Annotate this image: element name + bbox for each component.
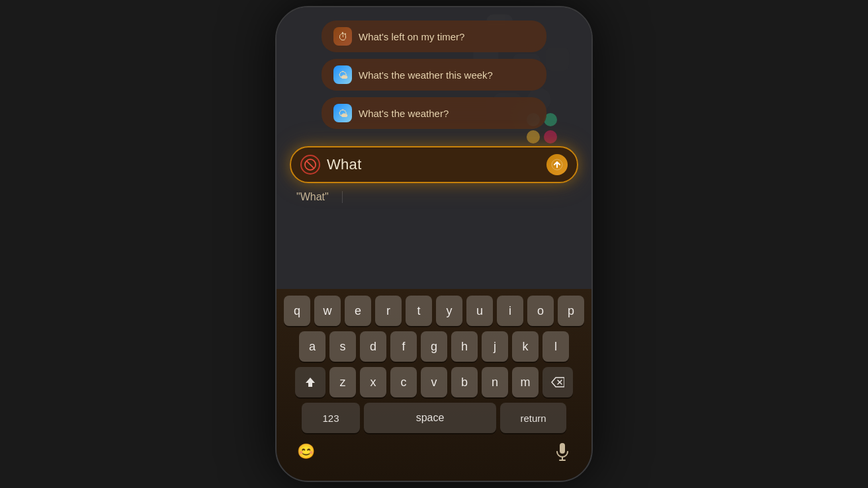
microphone-button[interactable] xyxy=(549,438,576,465)
key-q[interactable]: q xyxy=(284,296,310,326)
autocorrect-bar: "What" xyxy=(277,186,591,208)
key-a[interactable]: a xyxy=(299,331,326,362)
key-z[interactable]: z xyxy=(329,367,356,397)
key-h[interactable]: h xyxy=(451,331,478,362)
emoji-button[interactable]: 😊 xyxy=(292,438,319,465)
key-o[interactable]: o xyxy=(527,296,554,326)
suggestion-text: What's the weather this week? xyxy=(359,69,493,81)
search-bar[interactable]: What xyxy=(290,146,578,183)
key-u[interactable]: u xyxy=(466,296,493,326)
key-k[interactable]: k xyxy=(512,331,539,362)
key-g[interactable]: g xyxy=(421,331,447,362)
autocorrect-suggestion[interactable]: "What" xyxy=(296,191,343,203)
key-e[interactable]: e xyxy=(345,296,371,326)
key-w[interactable]: w xyxy=(314,296,341,326)
key-m[interactable]: m xyxy=(512,367,539,397)
search-input[interactable]: What xyxy=(327,156,540,173)
svg-line-8 xyxy=(307,161,314,169)
delete-key[interactable] xyxy=(542,367,573,397)
key-row-2: a s d f g h j k l xyxy=(282,331,586,362)
keyboard-bottom-row: 123 space return xyxy=(282,403,586,433)
key-r[interactable]: r xyxy=(375,296,402,326)
key-row-3: z x c v b n m xyxy=(282,367,586,397)
keyboard-accessory-bar: 😊 xyxy=(282,433,586,468)
key-i[interactable]: i xyxy=(497,296,523,326)
phone-device: ⏱ What's left on my timer? 🌤 What's the … xyxy=(275,6,593,482)
suggestion-item[interactable]: 🌤 What's the weather? xyxy=(322,97,546,129)
return-key[interactable]: return xyxy=(500,403,566,433)
suggestion-text: What's left on my timer? xyxy=(359,31,464,42)
siri-icon xyxy=(300,155,320,175)
space-key[interactable]: space xyxy=(364,403,496,433)
key-j[interactable]: j xyxy=(482,331,508,362)
numbers-key[interactable]: 123 xyxy=(302,403,360,433)
suggestion-weather-week-icon: 🌤 xyxy=(333,65,352,84)
shift-key[interactable] xyxy=(295,367,326,397)
key-b[interactable]: b xyxy=(451,367,478,397)
search-bar-container: What xyxy=(290,146,578,183)
key-n[interactable]: n xyxy=(482,367,508,397)
key-x[interactable]: x xyxy=(360,367,386,397)
key-c[interactable]: c xyxy=(390,367,417,397)
key-t[interactable]: t xyxy=(406,296,432,326)
suggestion-text: What's the weather? xyxy=(359,108,449,119)
key-row-1: q w e r t y u i o p xyxy=(282,296,586,326)
key-d[interactable]: d xyxy=(360,331,386,362)
svg-rect-12 xyxy=(560,443,565,454)
suggestions-area: ⏱ What's left on my timer? 🌤 What's the … xyxy=(277,20,591,129)
keyboard-rows: q w e r t y u i o p a s d f g h j k xyxy=(282,296,586,397)
key-f[interactable]: f xyxy=(390,331,417,362)
suggestion-weather-icon: 🌤 xyxy=(333,104,352,122)
key-v[interactable]: v xyxy=(421,367,447,397)
key-l[interactable]: l xyxy=(542,331,569,362)
key-s[interactable]: s xyxy=(329,331,356,362)
key-y[interactable]: y xyxy=(436,296,462,326)
keyboard: q w e r t y u i o p a s d f g h j k xyxy=(277,289,591,481)
submit-button[interactable] xyxy=(546,154,568,175)
suggestion-item[interactable]: 🌤 What's the weather this week? xyxy=(322,59,546,91)
suggestion-clock-icon: ⏱ xyxy=(333,27,352,46)
suggestion-item[interactable]: ⏱ What's left on my timer? xyxy=(322,20,546,52)
key-p[interactable]: p xyxy=(558,296,584,326)
